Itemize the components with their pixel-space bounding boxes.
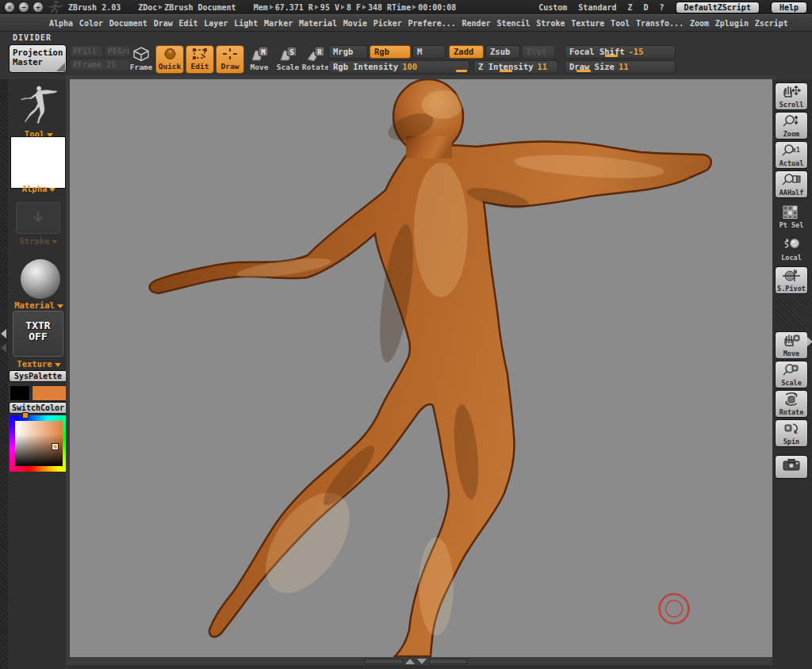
top-shelf: DIVIDER Projection Master PFill PEGra PF… xyxy=(0,32,812,79)
left-tray-divider[interactable] xyxy=(0,79,8,669)
help-button[interactable]: Help xyxy=(771,2,807,13)
close-button[interactable]: ✕ xyxy=(5,2,14,12)
tray-scroll-left[interactable] xyxy=(365,659,403,664)
help-question-item[interactable]: ? xyxy=(660,3,665,12)
snapshot-button[interactable] xyxy=(775,455,808,479)
menu-stencil[interactable]: Stencil xyxy=(496,19,530,28)
menu-preferences[interactable]: Prefere... xyxy=(408,19,456,28)
texture-selector[interactable]: Texture xyxy=(8,359,70,369)
zadd-toggle[interactable]: Zadd xyxy=(449,45,484,59)
switchcolor-button[interactable]: SwitchColor xyxy=(9,402,67,414)
sculpt-figure[interactable] xyxy=(70,79,772,657)
tray-open-icon[interactable] xyxy=(405,659,415,664)
move-view-button[interactable]: Move xyxy=(775,331,808,359)
syspalette-button[interactable]: SysPalette xyxy=(9,370,67,382)
actual-button[interactable]: x1 Actual xyxy=(775,141,808,169)
color-picker-cursor[interactable] xyxy=(52,443,59,450)
tray-close-icon[interactable] xyxy=(417,659,427,664)
alpha-selector[interactable]: Alpha xyxy=(8,184,70,193)
maximize-button[interactable]: + xyxy=(33,2,43,12)
zoom-button[interactable]: Zoom xyxy=(775,112,808,140)
slider-tick xyxy=(576,70,591,72)
draw-size-slider[interactable]: Draw Size11 xyxy=(565,60,676,74)
menu-layer[interactable]: Layer xyxy=(204,19,228,28)
actual-size-icon: x1 xyxy=(782,143,801,157)
menu-material[interactable]: Material xyxy=(299,19,337,28)
rotate-view-button[interactable]: Rotate xyxy=(775,390,808,418)
pt-sel-button[interactable]: Pt Sel xyxy=(775,203,808,231)
collapse-left-icon[interactable] xyxy=(1,343,6,353)
default-zscript-button[interactable]: DefaultZScript xyxy=(676,2,760,13)
collapse-left-icon[interactable] xyxy=(1,329,6,338)
texture-preview[interactable]: TXTR OFF xyxy=(13,311,63,357)
zcut-toggle-disabled: Zcut xyxy=(522,45,555,59)
rgb-intensity-slider[interactable]: Rgb Intensity100 xyxy=(328,60,469,74)
menu-light[interactable]: Light xyxy=(234,19,258,28)
stroke-selector-disabled: Stroke xyxy=(8,236,70,246)
menu-draw[interactable]: Draw xyxy=(154,19,173,28)
menu-stroke[interactable]: Stroke xyxy=(536,19,565,28)
custom-ui-item[interactable]: Custom xyxy=(538,3,567,12)
secondary-color-swatch[interactable] xyxy=(10,385,30,401)
scale-gyro-button[interactable]: S Scale xyxy=(274,46,301,71)
standard-ui-item[interactable]: Standard xyxy=(578,3,616,12)
alpha-preview[interactable] xyxy=(10,136,66,189)
focal-shift-slider[interactable]: Focal Shift-15 xyxy=(565,45,676,59)
menu-movie[interactable]: Movie xyxy=(343,19,367,28)
menu-marker[interactable]: Marker xyxy=(264,19,293,28)
m-toggle[interactable]: M xyxy=(412,45,446,59)
spin-button[interactable]: Spin xyxy=(775,419,808,447)
right-panel-texture xyxy=(775,298,808,330)
material-selector[interactable]: Material xyxy=(8,300,70,310)
menu-texture[interactable]: Texture xyxy=(571,19,604,28)
menu-picker[interactable]: Picker xyxy=(373,19,402,28)
rotate-icon: R xyxy=(306,46,325,62)
local-pivot-icon xyxy=(782,238,801,251)
stroke-arrow-icon xyxy=(31,210,45,226)
r-stat: R95 xyxy=(308,3,330,12)
zsub-toggle[interactable]: Zsub xyxy=(485,45,520,59)
material-preview[interactable] xyxy=(21,259,60,299)
menu-color[interactable]: Color xyxy=(79,19,103,28)
rgb-toggle[interactable]: Rgb xyxy=(370,45,411,59)
s-pivot-button[interactable]: S.Pivot xyxy=(775,266,808,294)
hue-marker[interactable] xyxy=(22,412,29,419)
rotate-gyro-button[interactable]: R Rotate xyxy=(301,46,330,71)
bottom-tray-handle[interactable] xyxy=(365,657,479,665)
aahalf-button[interactable]: AAHalf xyxy=(775,170,808,198)
draw-button[interactable]: Draw xyxy=(216,45,244,74)
mrgb-toggle[interactable]: Mrgb xyxy=(328,45,368,59)
menu-zplugin[interactable]: Zplugin xyxy=(715,19,749,28)
scroll-button[interactable]: Scroll xyxy=(775,82,808,110)
menu-zoom[interactable]: Zoom xyxy=(690,19,709,28)
collapse-right-icon[interactable] xyxy=(807,337,812,346)
color-picker-gradient[interactable] xyxy=(15,421,63,466)
edit-button[interactable]: Edit xyxy=(186,45,214,74)
document-canvas[interactable] xyxy=(70,79,772,657)
color-picker[interactable] xyxy=(10,415,68,472)
tray-scroll-right[interactable] xyxy=(429,659,467,664)
minimize-button[interactable]: − xyxy=(19,2,29,12)
menu-render[interactable]: Render xyxy=(462,19,491,28)
scale-view-button[interactable]: Scale xyxy=(775,361,808,388)
menu-zscript[interactable]: Zscript xyxy=(755,19,788,28)
frame-button[interactable]: Frame xyxy=(129,47,153,71)
menu-alpha[interactable]: Alpha xyxy=(49,19,73,28)
z-item[interactable]: Z xyxy=(628,3,633,12)
main-color-swatch[interactable] xyxy=(32,385,67,401)
f-stat: F348 xyxy=(356,3,382,12)
d-item[interactable]: D xyxy=(644,3,649,12)
quick-button[interactable]: Quick xyxy=(155,45,184,74)
menu-edit[interactable]: Edit xyxy=(178,19,197,28)
move-gyro-button[interactable]: M Move xyxy=(246,46,273,71)
doc-selector[interactable]: ZDoc ZBrush Document xyxy=(138,3,236,12)
projection-master-button[interactable]: Projection Master xyxy=(9,44,67,73)
menu-transform[interactable]: Transfo... xyxy=(636,19,684,28)
menu-tool[interactable]: Tool xyxy=(611,19,630,28)
corner-fold-icon xyxy=(56,63,65,71)
title-bar: ✕ − + ZBrush 2.03 ZDoc ZBrush Document M… xyxy=(0,0,812,14)
z-intensity-slider[interactable]: Z Intensity11 xyxy=(473,60,558,74)
local-button[interactable]: Local xyxy=(775,235,808,263)
menu-document[interactable]: Document xyxy=(109,19,147,28)
current-tool-preview[interactable] xyxy=(17,82,60,128)
